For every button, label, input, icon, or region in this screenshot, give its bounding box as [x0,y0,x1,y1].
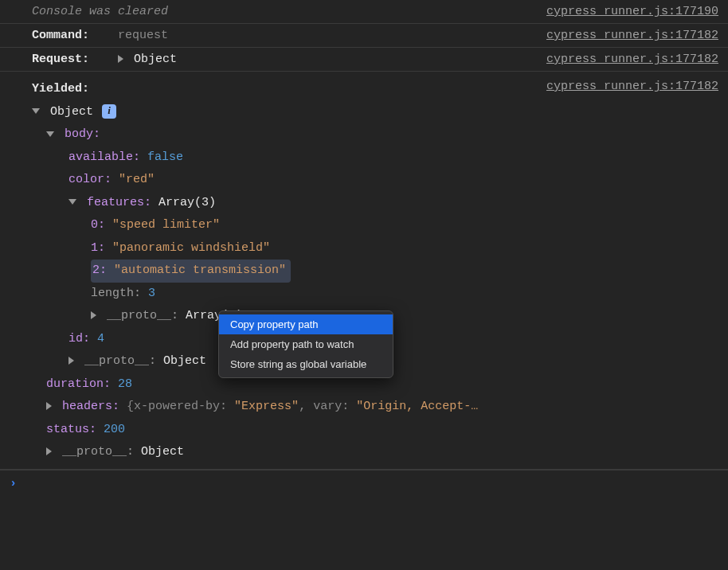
expand-arrow-icon[interactable] [46,447,52,455]
prop-value[interactable]: Object [163,354,206,368]
brace: { [127,400,134,413]
prop-value: "red" [119,173,155,186]
inline-key: x-powered-by: [134,400,227,413]
prop-value: "panoramic windshield" [112,241,270,255]
yielded-label: Yielded: [32,82,89,96]
prop-key[interactable]: __proto__: [62,445,134,459]
prop-key[interactable]: id: [68,332,90,346]
prop-value: 200 [104,423,125,436]
request-label: Request: [32,53,89,66]
prop-key[interactable]: duration: [46,377,111,391]
inline-value: "Express" [234,400,299,413]
prop-key-body[interactable]: body: [65,127,100,141]
prop-key[interactable]: color: [68,173,112,186]
collapse-arrow-icon[interactable] [32,108,40,114]
source-link[interactable]: cypress_runner.js:177182 [546,53,718,66]
prop-value: false [147,150,183,164]
separator: , [299,400,313,413]
prop-key[interactable]: available: [68,150,140,164]
prop-key[interactable]: length: [91,287,141,300]
expand-arrow-icon[interactable] [68,357,74,365]
prop-value: 4 [97,332,104,346]
console-row-command: Command: request cypress_runner.js:17718… [0,24,728,48]
expand-arrow-icon[interactable] [91,311,96,319]
source-link[interactable]: cypress_runner.js:177190 [546,5,718,18]
inline-key: vary: [313,400,349,413]
prop-value: 3 [148,287,155,300]
prop-value: "speed limiter" [112,218,220,232]
source-link[interactable]: cypress_runner.js:177182 [546,80,718,93]
console-prompt[interactable]: › [0,470,728,497]
cleared-text: Console was cleared [32,5,546,18]
prop-value[interactable]: Object [141,445,184,459]
source-link[interactable]: cypress_runner.js:177182 [546,29,718,42]
collapse-arrow-icon[interactable] [68,199,76,205]
prop-key[interactable]: 1: [91,241,105,255]
prop-key-features[interactable]: features: [87,196,151,209]
request-value[interactable]: Object [134,53,177,66]
prop-key[interactable]: 0: [91,218,105,232]
prop-key-headers[interactable]: headers: [62,400,119,413]
prop-key[interactable]: status: [46,423,96,436]
context-menu: Copy property path Add property path to … [218,310,393,378]
command-value: request [118,29,168,42]
object-title[interactable]: Object [50,105,93,119]
expand-arrow-icon[interactable] [118,55,123,63]
chevron-right-icon: › [10,477,17,490]
prop-value: "automatic transmission" [114,264,286,277]
console-row-request: Request: Object cypress_runner.js:177182 [0,48,728,72]
menu-item-add-to-watch[interactable]: Add property path to watch [219,334,393,354]
menu-item-copy-property-path[interactable]: Copy property path [219,314,393,334]
inline-value: "Origin, Accept-… [356,400,478,413]
prop-key[interactable]: 2: [92,264,107,277]
command-label: Command: [32,29,89,42]
prop-value[interactable]: Array(3) [159,196,216,209]
info-icon[interactable]: i [102,104,116,119]
expand-arrow-icon[interactable] [46,402,52,410]
console-row-yielded: Yielded: Object i body: available: false… [0,72,728,470]
console-row-cleared: Console was cleared cypress_runner.js:17… [0,0,728,24]
prop-key[interactable]: __proto__: [84,354,156,368]
prop-key[interactable]: __proto__: [107,309,178,322]
menu-item-store-global[interactable]: Store string as global variable [219,354,393,374]
collapse-arrow-icon[interactable] [46,131,54,137]
prop-value: 28 [118,377,132,391]
highlighted-property[interactable]: 2: "automatic transmission" [91,260,291,283]
